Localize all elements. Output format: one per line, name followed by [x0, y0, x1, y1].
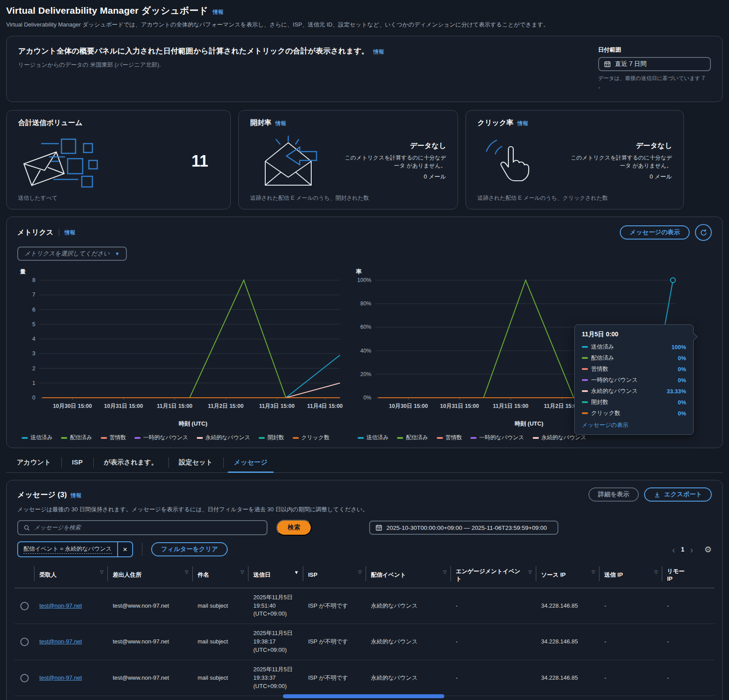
- metrics-info-link[interactable]: 情報: [65, 229, 75, 236]
- column-header[interactable]: 受取人 ▽: [34, 563, 107, 588]
- next-page-button[interactable]: ›: [690, 545, 693, 554]
- filter-chevron-icon[interactable]: ▽: [654, 569, 658, 575]
- column-header[interactable]: 送信日 ▼: [248, 563, 303, 588]
- messages-panel: メッセージ (3) 情報 詳細を表示 エクスポート メッセージは最後の 30 日…: [6, 480, 723, 700]
- current-page-number[interactable]: 1: [681, 546, 684, 553]
- filter-chevron-icon[interactable]: ▽: [358, 569, 362, 575]
- filter-chevron-icon[interactable]: ▽: [100, 569, 103, 575]
- clear-filters-button[interactable]: フィルターをクリア: [151, 542, 228, 556]
- refresh-button[interactable]: [695, 224, 712, 241]
- remote-ip-cell: -: [662, 588, 714, 624]
- column-header[interactable]: 差出人住所 ▽: [107, 563, 192, 588]
- delivery-event-cell: 永続的なバウンス: [366, 624, 450, 660]
- legend-swatch-icon: [533, 437, 539, 439]
- recipient-link[interactable]: test@non-97.net: [39, 638, 82, 646]
- svg-text:5: 5: [32, 321, 35, 327]
- metrics-select[interactable]: メトリクスを選択してください ▼: [17, 247, 127, 261]
- filter-chevron-icon[interactable]: ▽: [528, 569, 532, 575]
- total-volume-title: 合計送信ボリューム: [18, 118, 83, 128]
- open-rate-info-link[interactable]: 情報: [275, 120, 286, 127]
- window-scrollbar-thumb[interactable]: [283, 694, 444, 698]
- filter-chevron-icon[interactable]: ▽: [443, 569, 447, 575]
- sort-desc-icon[interactable]: ▼: [294, 569, 299, 575]
- click-rate-info-link[interactable]: 情報: [518, 120, 528, 127]
- row-radio-button[interactable]: [20, 638, 29, 646]
- tooltip-show-messages-link[interactable]: メッセージの表示: [582, 421, 686, 429]
- filter-chevron-icon[interactable]: ▽: [185, 569, 188, 575]
- sender-cell: test@www.non-97.net: [107, 660, 192, 696]
- tab-item[interactable]: ISP: [61, 455, 93, 472]
- messages-filter-row: 配信イベント = 永続的なバウンス ✕ フィルターをクリア ‹ 1 › ⚙: [17, 541, 712, 557]
- sending-envelope-icon: [18, 135, 109, 188]
- legend-item: 永続的なバウンス: [197, 434, 250, 441]
- tooltip-row: 一時的なバウンス 0%: [582, 376, 686, 384]
- summary-text-block: アカウント全体の概要パネルに入力された日付範囲から計算されたメトリックの合計が表…: [18, 46, 384, 90]
- tooltip-value: 33.33%: [667, 388, 686, 395]
- svg-text:60%: 60%: [360, 324, 371, 330]
- summary-info-link[interactable]: 情報: [374, 48, 384, 56]
- export-button[interactable]: エクスポート: [644, 487, 712, 502]
- previous-page-button[interactable]: ‹: [672, 545, 675, 554]
- tooltip-title: 11月5日 0:00: [582, 331, 686, 339]
- click-rate-title: クリック率: [477, 118, 514, 128]
- svg-text:11月1日 15:00: 11月1日 15:00: [157, 403, 193, 409]
- svg-text:10月30日 15:00: 10月30日 15:00: [389, 403, 428, 409]
- column-header[interactable]: エンゲージメントイベント ▽: [450, 563, 536, 588]
- column-header[interactable]: 件名 ▽: [192, 563, 248, 588]
- legend-item: 永続的なバウンス: [533, 434, 586, 441]
- legend-item: 苦情数: [101, 434, 126, 441]
- row-radio-button[interactable]: [20, 674, 29, 682]
- click-rate-no-data-count: 0 メール: [568, 173, 672, 181]
- volume-chart-xlabel: 時刻 (UTC): [33, 420, 353, 428]
- calendar-icon: [375, 524, 382, 531]
- recipient-link[interactable]: test@non-97.net: [39, 674, 82, 682]
- column-header[interactable]: 送信 IP ▽: [599, 563, 662, 588]
- messages-table-body: test@non-97.net test@www.non-97.net mail…: [15, 588, 714, 696]
- messages-search-row: メッセージを検索 検索 2025-10-30T00:00:00+09:00 — …: [17, 520, 712, 536]
- svg-text:7: 7: [32, 292, 35, 298]
- tooltip-row: 永続的なバウンス 33.33%: [582, 387, 686, 395]
- legend-item: 開封数: [259, 434, 284, 441]
- tab-item[interactable]: 設定セット: [168, 455, 223, 472]
- open-rate-no-data: データなし このメトリクスを計算するのに十分なデータ がありません。 0 メール: [342, 141, 446, 181]
- column-header[interactable]: 配信イベント ▽: [366, 563, 450, 588]
- subject-cell: mail subject: [192, 660, 248, 696]
- total-volume-footer: 送信したすべて: [18, 194, 219, 202]
- search-icon: [23, 525, 30, 531]
- volume-chart-plot[interactable]: 87654321010月30日 15:0010月31日 15:0011月1日 1…: [17, 276, 347, 422]
- row-radio-button[interactable]: [20, 602, 29, 610]
- pagination: ‹ 1 › ⚙: [672, 544, 712, 555]
- column-header[interactable]: ISP ▽: [303, 563, 366, 588]
- column-header[interactable]: ソース IP ▽: [536, 563, 599, 588]
- legend-swatch-icon: [61, 437, 67, 439]
- tooltip-value: 0%: [678, 355, 686, 361]
- subject-cell: mail subject: [192, 624, 248, 660]
- summary-title: アカウント全体の概要パネルに入力された日付範囲から計算されたメトリックの合計が表…: [18, 46, 369, 56]
- show-messages-button[interactable]: メッセージの表示: [620, 225, 690, 240]
- metrics-select-placeholder: メトリクスを選択してください: [24, 250, 110, 258]
- source-ip-cell: 34.228.146.85: [536, 588, 599, 624]
- tab-active[interactable]: メッセージ: [223, 455, 278, 472]
- message-date-filter[interactable]: 2025-10-30T00:00:00+09:00 — 2025-11-06T2…: [369, 521, 558, 535]
- filter-chip-label[interactable]: 配信イベント = 永続的なバウンス: [18, 542, 117, 556]
- search-button[interactable]: 検索: [276, 520, 312, 536]
- selection-column-header: [15, 563, 34, 588]
- filter-chevron-icon[interactable]: ▽: [592, 569, 595, 575]
- filter-chevron-icon[interactable]: ▽: [240, 569, 244, 575]
- tab-item[interactable]: アカウント: [6, 455, 61, 472]
- show-details-button[interactable]: 詳細を表示: [588, 487, 639, 502]
- table-settings-gear-icon[interactable]: ⚙: [704, 544, 712, 555]
- legend-item: 送信済み: [22, 434, 53, 441]
- column-header[interactable]: リモーIP: [662, 563, 714, 588]
- recipient-link[interactable]: test@non-97.net: [39, 602, 82, 610]
- page-info-link[interactable]: 情報: [213, 8, 223, 16]
- isp-cell: ISP が不明です: [303, 624, 366, 660]
- svg-text:3: 3: [32, 350, 35, 357]
- svg-text:80%: 80%: [360, 301, 371, 307]
- filter-chip-close-button[interactable]: ✕: [117, 542, 133, 556]
- date-range-select[interactable]: 直近 7 日間: [598, 57, 711, 71]
- message-search-input[interactable]: メッセージを検索: [17, 520, 267, 535]
- delivery-event-cell: 永続的なバウンス: [366, 588, 450, 624]
- tab-item[interactable]: が表示されます。: [93, 455, 168, 472]
- messages-info-link[interactable]: 情報: [71, 492, 81, 499]
